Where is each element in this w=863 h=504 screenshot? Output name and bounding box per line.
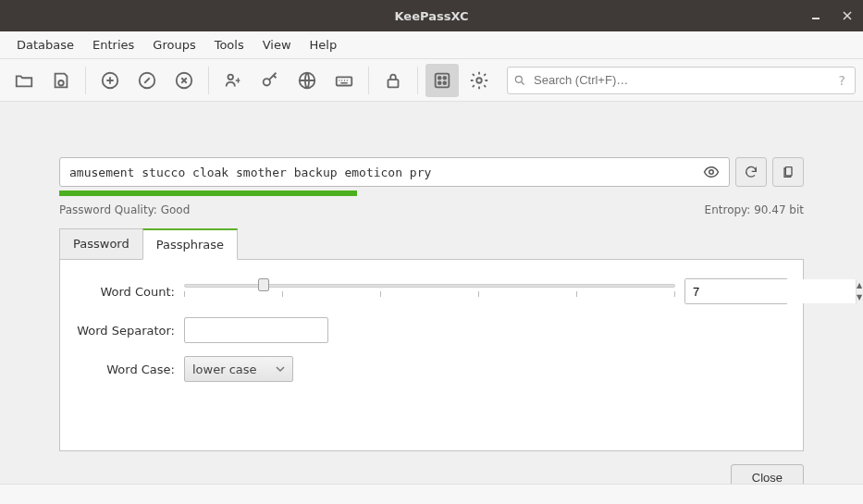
word-count-spinner[interactable]: ▲ ▼ xyxy=(684,278,788,304)
menu-groups[interactable]: Groups xyxy=(143,34,204,55)
menu-entries[interactable]: Entries xyxy=(83,34,143,55)
word-case-label: Word Case: xyxy=(75,363,184,376)
eye-icon[interactable] xyxy=(703,164,720,180)
chevron-down-icon xyxy=(276,364,285,374)
toolbar-separator xyxy=(417,67,418,94)
tab-passphrase[interactable]: Passphrase xyxy=(142,228,238,260)
word-case-row: Word Case: lower case xyxy=(75,356,788,382)
window-title: KeePassXC xyxy=(0,9,863,23)
word-count-input[interactable] xyxy=(685,279,856,303)
svg-point-11 xyxy=(438,76,441,79)
toolbar-separator xyxy=(208,67,209,94)
spinner-down[interactable]: ▼ xyxy=(857,291,862,303)
svg-point-13 xyxy=(438,81,441,84)
minimize-button[interactable] xyxy=(800,0,832,31)
toolbar-separator xyxy=(85,67,86,94)
quality-label: Password Quality: Good xyxy=(59,203,190,216)
word-case-value: lower case xyxy=(192,363,257,376)
password-input[interactable] xyxy=(69,166,703,179)
word-separator-input[interactable] xyxy=(184,317,328,343)
menu-help[interactable]: Help xyxy=(301,34,347,55)
svg-point-14 xyxy=(443,81,446,84)
svg-rect-9 xyxy=(388,80,399,87)
add-entry-button[interactable] xyxy=(93,64,127,97)
password-generator-button[interactable] xyxy=(425,64,459,97)
copy-username-button[interactable] xyxy=(216,64,250,97)
word-separator-label: Word Separator: xyxy=(75,324,184,338)
svg-rect-0 xyxy=(812,18,820,19)
word-count-row: Word Count: ▲ ▼ xyxy=(75,278,788,304)
edit-entry-button[interactable] xyxy=(130,64,164,97)
statusbar xyxy=(0,484,863,504)
svg-point-1 xyxy=(58,80,64,86)
search-field[interactable]: ? xyxy=(507,67,856,94)
close-window-button[interactable] xyxy=(832,0,863,31)
svg-rect-10 xyxy=(436,73,450,87)
svg-point-6 xyxy=(264,79,270,85)
toolbar: ? xyxy=(0,59,863,102)
regenerate-button[interactable] xyxy=(735,157,767,187)
window-controls xyxy=(800,0,863,31)
svg-point-5 xyxy=(228,74,234,80)
menu-view[interactable]: View xyxy=(253,34,301,55)
search-icon xyxy=(513,74,526,87)
password-row xyxy=(59,157,804,187)
word-case-select[interactable]: lower case xyxy=(184,356,293,382)
password-field[interactable] xyxy=(59,157,730,187)
search-input[interactable] xyxy=(526,73,835,87)
svg-rect-8 xyxy=(337,77,352,85)
svg-point-15 xyxy=(476,78,482,83)
menubar: Database Entries Groups Tools View Help xyxy=(0,31,863,59)
svg-point-17 xyxy=(709,170,714,175)
passphrase-panel: Word Count: ▲ ▼ Word Separator: Word Cas… xyxy=(59,259,804,451)
strength-bar xyxy=(59,191,804,196)
entropy-label: Entropy: 90.47 bit xyxy=(705,203,804,216)
word-count-label: Word Count: xyxy=(75,285,184,299)
spinner-up[interactable]: ▲ xyxy=(857,279,862,291)
titlebar: KeePassXC xyxy=(0,0,863,31)
quality-row: Password Quality: Good Entropy: 90.47 bi… xyxy=(59,203,804,216)
slider-thumb[interactable] xyxy=(258,278,269,291)
search-help-icon[interactable]: ? xyxy=(835,73,849,88)
strength-fill xyxy=(59,191,357,196)
toolbar-separator xyxy=(368,67,369,94)
delete-entry-button[interactable] xyxy=(167,64,201,97)
svg-rect-18 xyxy=(785,167,792,176)
open-database-button[interactable] xyxy=(7,64,41,97)
copy-url-button[interactable] xyxy=(290,64,324,97)
password-generator-panel: Password Quality: Good Entropy: 90.47 bi… xyxy=(0,102,863,500)
menu-tools[interactable]: Tools xyxy=(205,34,253,55)
generator-tabs: Password Passphrase xyxy=(59,227,804,259)
autotype-button[interactable] xyxy=(327,64,361,97)
svg-point-12 xyxy=(443,76,446,79)
word-count-slider[interactable] xyxy=(184,278,675,304)
word-separator-row: Word Separator: xyxy=(75,317,788,343)
copy-password-button[interactable] xyxy=(253,64,287,97)
settings-button[interactable] xyxy=(462,64,496,97)
menu-database[interactable]: Database xyxy=(7,34,83,55)
save-database-button[interactable] xyxy=(44,64,78,97)
lock-database-button[interactable] xyxy=(376,64,410,97)
tab-password[interactable]: Password xyxy=(59,228,143,260)
svg-point-16 xyxy=(515,76,522,82)
copy-button[interactable] xyxy=(772,157,804,187)
